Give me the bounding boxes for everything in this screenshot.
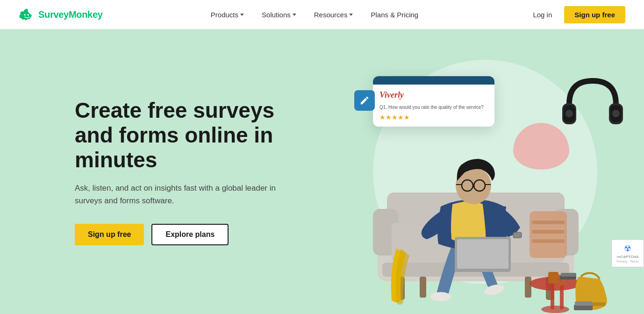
navbar: SurveyMonkey Products Solutions Resource…: [0, 0, 644, 29]
svg-rect-21: [532, 230, 565, 234]
nav-links: Products Solutions Resources Plans & Pri…: [203, 7, 426, 22]
chevron-down-icon: [240, 14, 244, 16]
svg-rect-19: [530, 211, 567, 258]
chevron-down-icon: [293, 14, 296, 16]
hero-explore-button[interactable]: Explore plans: [151, 224, 229, 245]
headphones-icon: [555, 67, 630, 142]
nav-resources-label: Resources: [314, 11, 348, 19]
svg-rect-35: [548, 272, 558, 284]
nav-item-pricing[interactable]: Plans & Pricing: [363, 7, 426, 22]
recaptcha-icon: ☢: [624, 243, 631, 254]
nav-item-products[interactable]: Products: [203, 7, 251, 22]
svg-point-34: [541, 306, 569, 313]
person-couch-illustration: [350, 118, 621, 314]
star-rating: ★★★★★: [379, 114, 488, 121]
svg-rect-16: [525, 277, 531, 298]
hero-content: Create free surveys and forms online in …: [75, 70, 308, 273]
recaptcha-links: Privacy · Terms: [616, 260, 639, 263]
survey-card: Viverly Q1. How would you rate the quali…: [373, 76, 494, 127]
recaptcha-label: reCAPTCHA: [617, 255, 639, 259]
svg-rect-30: [513, 232, 522, 238]
svg-point-7: [612, 110, 620, 117]
survey-card-brand: Viverly: [379, 90, 488, 100]
svg-point-0: [24, 14, 26, 16]
nav-item-solutions[interactable]: Solutions: [254, 7, 304, 22]
svg-rect-37: [561, 273, 576, 277]
chevron-down-icon: [349, 14, 353, 16]
hero-illustration: Viverly Q1. How would you rate the quali…: [326, 29, 644, 314]
illustration-container: Viverly Q1. How would you rate the quali…: [326, 29, 644, 314]
svg-point-6: [565, 110, 573, 117]
svg-rect-26: [457, 239, 508, 269]
nav-signup-button[interactable]: Sign up free: [564, 6, 625, 23]
hero-section: Create free surveys and forms online in …: [0, 29, 644, 314]
logo-text: SurveyMonkey: [38, 9, 103, 20]
svg-rect-15: [420, 277, 426, 298]
login-button[interactable]: Log in: [526, 7, 558, 22]
hero-buttons: Sign up free Explore plans: [75, 224, 308, 245]
survey-card-header-bar: [373, 76, 494, 85]
hero-subtitle: Ask, listen, and act on insights fast wi…: [75, 182, 304, 207]
nav-pricing-label: Plans & Pricing: [371, 11, 418, 19]
headphones-illustration: [555, 67, 630, 143]
logo-link[interactable]: SurveyMonkey: [19, 8, 103, 21]
pen-icon: [359, 95, 370, 106]
survey-icon-box: [354, 90, 375, 111]
nav-products-label: Products: [211, 11, 238, 19]
recaptcha-badge: ☢ reCAPTCHA Privacy · Terms: [611, 239, 644, 267]
svg-rect-20: [532, 221, 565, 224]
hero-title: Create free surveys and forms online in …: [75, 98, 308, 172]
nav-solutions-label: Solutions: [262, 11, 291, 19]
svg-point-1: [27, 14, 29, 16]
svg-rect-33: [560, 284, 564, 309]
svg-point-23: [430, 292, 451, 301]
surveymonkey-logo-icon: [19, 8, 36, 21]
survey-question-text: Q1. How would you rate the quality of th…: [379, 105, 488, 110]
nav-actions: Log in Sign up free: [526, 6, 625, 23]
svg-rect-22: [532, 239, 565, 243]
svg-rect-32: [551, 284, 554, 309]
survey-card-body: Viverly Q1. How would you rate the quali…: [373, 85, 494, 127]
nav-item-resources[interactable]: Resources: [307, 7, 361, 22]
hero-signup-button[interactable]: Sign up free: [75, 224, 144, 245]
svg-rect-40: [575, 301, 593, 306]
